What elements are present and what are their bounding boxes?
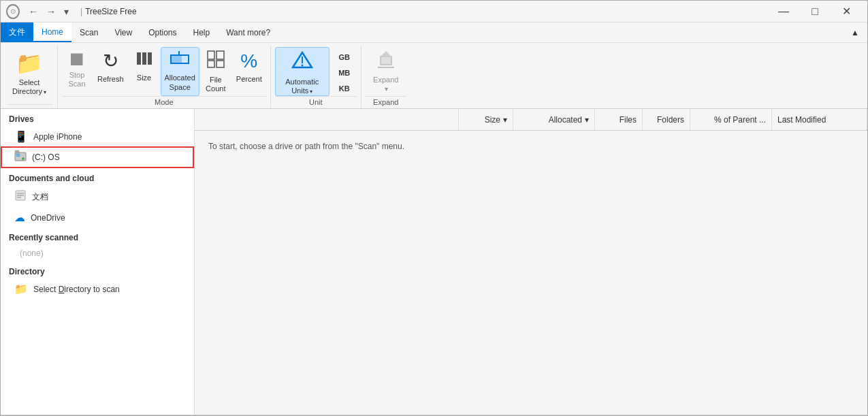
menu-item-options[interactable]: Options xyxy=(140,22,184,42)
close-button[interactable]: ✕ xyxy=(831,1,862,22)
svg-rect-8 xyxy=(216,51,224,59)
allocated-space-icon xyxy=(170,50,190,71)
c-drive-label: (C:) OS xyxy=(32,153,60,162)
select-directory-button[interactable]: 📁 SelectDirectory▾ xyxy=(7,47,51,96)
documents-icon xyxy=(14,189,27,204)
section-directory-label: Directory xyxy=(1,261,194,279)
stop-button[interactable]: ⏹ StopScan xyxy=(62,47,92,96)
ribbon-group-unit-label: Unit xyxy=(275,96,357,108)
auto-units-dropdown-arrow: ▾ xyxy=(310,89,312,95)
file-count-label: FileCount xyxy=(206,76,225,93)
expand-dropdown-arrow: ▾ xyxy=(385,85,388,93)
nav-buttons: ← → ▾ xyxy=(25,4,72,19)
ribbon: 📁 SelectDirectory▾ ⏹ StopScan ↻ Refresh xyxy=(1,43,867,109)
sidebar-item-c-drive[interactable]: (C:) OS xyxy=(1,146,194,168)
section-drives-label: Drives xyxy=(1,109,194,127)
refresh-button[interactable]: ↻ Refresh xyxy=(93,47,128,96)
menu-item-help[interactable]: Help xyxy=(185,22,219,42)
refresh-icon: ↻ xyxy=(103,50,118,73)
ribbon-group-select-label xyxy=(7,104,53,108)
col-header-modified[interactable]: Last Modified xyxy=(772,109,867,130)
col-header-files[interactable]: Files xyxy=(595,109,643,130)
ribbon-group-expand: Expand▾ Expand xyxy=(361,46,411,108)
refresh-label: Refresh xyxy=(97,75,124,84)
svg-marker-14 xyxy=(381,51,391,57)
svg-rect-9 xyxy=(216,61,224,67)
ribbon-collapse-button[interactable]: ▲ xyxy=(843,22,867,42)
select-dir-dropdown-arrow: ▾ xyxy=(44,89,46,95)
svg-point-12 xyxy=(301,65,303,67)
allocated-space-button[interactable]: AllocatedSpace xyxy=(161,47,199,96)
back-button[interactable]: ← xyxy=(25,4,42,19)
sidebar-item-select-dir-scan[interactable]: 📁 Select Directory to scan xyxy=(1,279,194,299)
percent-icon: % xyxy=(240,50,257,73)
minimize-button[interactable]: — xyxy=(768,1,799,22)
menu-item-view[interactable]: View xyxy=(106,22,140,42)
ribbon-group-select: 📁 SelectDirectory▾ xyxy=(3,46,58,108)
col-header-size[interactable]: Size ▾ xyxy=(459,109,513,130)
title-bar: ⊙ ← → ▾ | TreeSize Free — □ ✕ xyxy=(1,1,867,22)
percent-button[interactable]: % Percent xyxy=(232,47,266,96)
expand-icon xyxy=(375,50,397,74)
title-separator: | xyxy=(80,7,82,16)
col-size-label: Size xyxy=(485,115,500,125)
apple-iphone-label: Apple iPhone xyxy=(33,132,82,142)
col-allocated-label: Allocated xyxy=(549,115,582,125)
col-size-arrow: ▾ xyxy=(503,115,507,125)
svg-rect-1 xyxy=(142,52,146,65)
ribbon-group-expand-label: Expand xyxy=(366,96,406,108)
menu-bar: 文件 Home Scan View Options Help Want more… xyxy=(1,22,867,43)
sidebar-item-apple-iphone[interactable]: 📱 Apple iPhone xyxy=(1,127,194,146)
ribbon-group-unit: AutomaticUnits▾ GB MB KB Unit xyxy=(271,46,361,108)
svg-rect-2 xyxy=(148,52,152,65)
select-dir-scan-icon: 📁 xyxy=(14,283,28,295)
col-header-folders[interactable]: Folders xyxy=(643,109,690,130)
section-recent-label: Recently scanned xyxy=(1,227,194,245)
automatic-units-button[interactable]: AutomaticUnits▾ xyxy=(275,47,329,96)
expand-label: Expand▾ xyxy=(373,76,398,93)
gb-button[interactable]: GB xyxy=(332,50,357,65)
documents-label: 文档 xyxy=(32,191,48,203)
section-docs-label: Documents and cloud xyxy=(1,168,194,186)
apple-iphone-icon: 📱 xyxy=(14,130,28,143)
menu-item-wantmore[interactable]: Want more? xyxy=(218,22,278,42)
size-button[interactable]: Size xyxy=(129,47,159,96)
svg-rect-13 xyxy=(381,57,391,65)
onedrive-label: OneDrive xyxy=(31,213,65,223)
menu-item-wenj[interactable]: 文件 xyxy=(1,22,33,42)
ribbon-group-mode: ⏹ StopScan ↻ Refresh Size xyxy=(58,46,271,108)
file-count-button[interactable]: FileCount xyxy=(201,47,231,96)
stop-icon: ⏹ xyxy=(67,50,86,69)
file-count-icon xyxy=(206,50,225,74)
ribbon-group-mode-label: Mode xyxy=(62,96,266,108)
svg-rect-17 xyxy=(16,154,20,157)
kb-button[interactable]: KB xyxy=(332,81,357,96)
sidebar-item-documents[interactable]: 文档 xyxy=(1,186,194,208)
percent-label: Percent xyxy=(236,75,262,84)
allocated-space-label: AllocatedSpace xyxy=(165,74,195,91)
none-label: (none) xyxy=(20,249,44,258)
maximize-button[interactable]: □ xyxy=(799,1,831,22)
col-files-label: Files xyxy=(620,115,637,125)
select-directory-icon: 📁 xyxy=(16,50,43,78)
select-directory-label: SelectDirectory▾ xyxy=(12,78,46,96)
col-header-name[interactable] xyxy=(195,109,459,130)
col-header-parent[interactable]: % of Parent ... xyxy=(690,109,772,130)
col-header-allocated[interactable]: Allocated ▾ xyxy=(513,109,595,130)
forward-button[interactable]: → xyxy=(43,4,59,19)
dropdown-button[interactable]: ▾ xyxy=(61,4,72,19)
empty-message: To start, choose a drive or path from th… xyxy=(208,142,404,151)
menu-item-home[interactable]: Home xyxy=(33,22,71,42)
svg-rect-4 xyxy=(171,55,182,63)
mb-button[interactable]: MB xyxy=(332,65,357,80)
menu-item-scan[interactable]: Scan xyxy=(71,22,106,42)
app-title: TreeSize Free xyxy=(85,7,768,16)
expand-button[interactable]: Expand▾ xyxy=(366,47,406,96)
svg-rect-0 xyxy=(137,52,141,65)
stop-label: StopScan xyxy=(68,71,85,89)
col-allocated-arrow: ▾ xyxy=(585,115,589,125)
sidebar-item-onedrive[interactable]: ☁ OneDrive xyxy=(1,208,194,227)
select-dir-scan-label: Select Directory to scan xyxy=(33,285,120,294)
size-label: Size xyxy=(137,74,151,82)
col-parent-label: % of Parent ... xyxy=(714,115,766,125)
